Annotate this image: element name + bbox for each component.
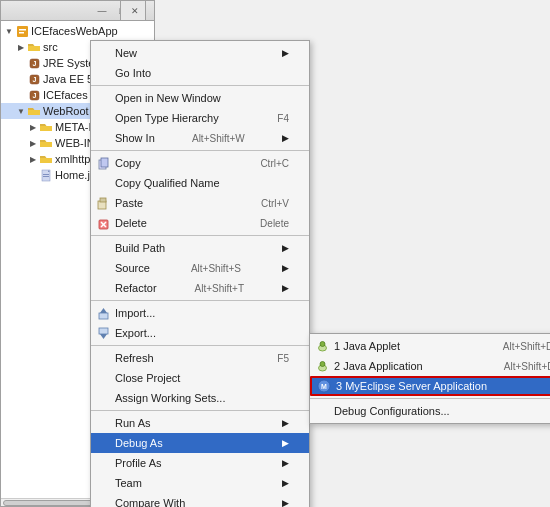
menu-item-delete[interactable]: DeleteDelete	[91, 213, 309, 233]
tree-arrow[interactable]	[15, 105, 27, 117]
menu-item-label: Team	[115, 477, 142, 489]
menu-item-show-in[interactable]: Show InAlt+Shift+W▶	[91, 128, 309, 148]
menu-item-source[interactable]: SourceAlt+Shift+S▶	[91, 258, 309, 278]
menu-item-label: Compare With	[115, 497, 185, 507]
menu-item-label: Copy	[115, 157, 141, 169]
submenu-arrow-icon: ▶	[282, 243, 289, 253]
submenu-arrow-icon: ▶	[282, 283, 289, 293]
tree-arrow[interactable]	[27, 121, 39, 133]
menu-separator	[91, 85, 309, 86]
menu-separator	[91, 235, 309, 236]
menu-item-label: Import...	[115, 307, 155, 319]
menu-item-go-into[interactable]: Go Into	[91, 63, 309, 83]
menu-item-shortcut: F4	[277, 113, 289, 124]
menu-item-import[interactable]: Import...	[91, 303, 309, 323]
import-icon	[95, 305, 111, 321]
svg-rect-2	[19, 32, 24, 34]
menu-item-copy[interactable]: CopyCtrl+C	[91, 153, 309, 173]
myeclipse-icon: M	[316, 378, 332, 394]
hierarchy-tab[interactable]: ✕	[120, 0, 146, 20]
menu-separator	[91, 345, 309, 346]
submenu-arrow-icon: ▶	[282, 458, 289, 468]
submenu-item-label: Debug Configurations...	[334, 405, 450, 417]
svg-rect-13	[101, 158, 108, 167]
tree-icon-jar: J	[27, 88, 41, 102]
submenu-item-1-java-applet[interactable]: 1 Java AppletAlt+Shift+D, A	[310, 336, 550, 356]
menu-item-label: New	[115, 47, 137, 59]
menu-item-label: Refactor	[115, 282, 157, 294]
tree-item-project[interactable]: ICEfacesWebApp	[1, 23, 154, 39]
submenu-item-debug-configurations[interactable]: Debug Configurations...	[310, 401, 550, 421]
menu-item-open-type-hierarchy[interactable]: Open Type HierarchyF4	[91, 108, 309, 128]
tree-label: src	[43, 41, 58, 53]
tree-arrow[interactable]	[15, 57, 27, 69]
svg-text:J: J	[32, 60, 36, 67]
tree-arrow[interactable]	[15, 89, 27, 101]
svg-text:J: J	[32, 92, 36, 99]
delete-icon	[95, 215, 111, 231]
menu-item-label: Profile As	[115, 457, 161, 469]
svg-text:M: M	[321, 383, 327, 390]
menu-item-copy-qualified-name[interactable]: Copy Qualified Name	[91, 173, 309, 193]
submenu-arrow-icon: ▶	[282, 48, 289, 58]
java-icon	[314, 358, 330, 374]
menu-item-assign-working-sets[interactable]: Assign Working Sets...	[91, 388, 309, 408]
tree-arrow[interactable]	[3, 25, 15, 37]
svg-rect-1	[19, 29, 26, 31]
tree-icon-folder	[27, 104, 41, 118]
menu-separator	[91, 410, 309, 411]
menu-item-close-project[interactable]: Close Project	[91, 368, 309, 388]
minimize-icon[interactable]: —	[94, 3, 110, 19]
menu-item-shortcut: Alt+Shift+T	[195, 283, 244, 294]
tree-icon-jar: J	[27, 56, 41, 70]
svg-rect-19	[99, 313, 108, 319]
menu-item-debug-as[interactable]: Debug As▶	[91, 433, 309, 453]
tree-arrow[interactable]	[27, 153, 39, 165]
menu-item-label: Copy Qualified Name	[115, 177, 220, 189]
menu-item-open-in-new-window[interactable]: Open in New Window	[91, 88, 309, 108]
tree-icon-project	[15, 24, 29, 38]
menu-item-build-path[interactable]: Build Path▶	[91, 238, 309, 258]
tree-arrow[interactable]	[15, 73, 27, 85]
tree-label: xmlhttp	[55, 153, 90, 165]
menu-item-team[interactable]: Team▶	[91, 473, 309, 493]
menu-item-export[interactable]: Export...	[91, 323, 309, 343]
submenu-item-2-java-application[interactable]: 2 Java ApplicationAlt+Shift+D, J	[310, 356, 550, 376]
submenu-arrow-icon: ▶	[282, 263, 289, 273]
submenu-separator	[310, 398, 550, 399]
submenu-debug-as: 1 Java AppletAlt+Shift+D, A2 Java Applic…	[309, 333, 550, 424]
svg-rect-0	[17, 26, 28, 37]
svg-marker-20	[100, 308, 107, 313]
menu-item-shortcut: F5	[277, 353, 289, 364]
tree-icon-folder	[27, 40, 41, 54]
submenu-item-label: 2 Java Application	[334, 360, 423, 372]
menu-item-profile-as[interactable]: Profile As▶	[91, 453, 309, 473]
menu-item-shortcut: Alt+Shift+S	[191, 263, 241, 274]
menu-item-label: Assign Working Sets...	[115, 392, 225, 404]
tree-arrow[interactable]	[27, 169, 39, 181]
svg-text:J: J	[32, 76, 36, 83]
tree-arrow[interactable]	[27, 137, 39, 149]
menu-item-label: Paste	[115, 197, 143, 209]
svg-rect-21	[99, 328, 108, 334]
submenu-item-shortcut: Alt+Shift+D, A	[503, 341, 550, 352]
menu-item-new[interactable]: New▶	[91, 43, 309, 63]
menu-item-label: Debug As	[115, 437, 163, 449]
svg-point-24	[320, 341, 325, 346]
hierarchy-close-icon[interactable]: ✕	[131, 6, 139, 16]
menu-item-run-as[interactable]: Run As▶	[91, 413, 309, 433]
submenu-arrow-icon: ▶	[282, 133, 289, 143]
menu-item-label: Go Into	[115, 67, 151, 79]
menu-item-refresh[interactable]: RefreshF5	[91, 348, 309, 368]
menu-item-paste[interactable]: PasteCtrl+V	[91, 193, 309, 213]
menu-item-compare-with[interactable]: Compare With▶	[91, 493, 309, 507]
tree-label: ICEfacesWebApp	[31, 25, 118, 37]
submenu-arrow-icon: ▶	[282, 498, 289, 507]
menu-separator	[91, 150, 309, 151]
tree-icon-folder	[39, 152, 53, 166]
submenu-item-3-myeclipse-server-application[interactable]: M3 MyEclipse Server Application	[310, 376, 550, 396]
svg-rect-15	[100, 198, 106, 202]
svg-point-26	[320, 361, 325, 366]
tree-arrow[interactable]	[15, 41, 27, 53]
menu-item-refactor[interactable]: RefactorAlt+Shift+T▶	[91, 278, 309, 298]
